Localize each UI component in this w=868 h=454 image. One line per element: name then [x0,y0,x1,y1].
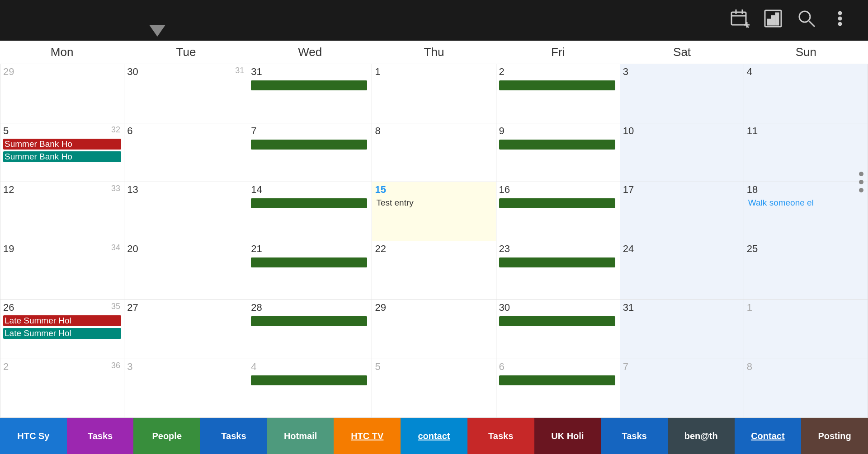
cell-number-5-1: 3 [127,361,132,373]
cal-cell-4-6[interactable]: 1 [744,300,868,359]
cal-cell-1-6[interactable]: 11 [744,123,868,182]
week-num-1: 32 [111,125,120,135]
search-icon[interactable] [797,9,816,33]
cell-number-1-1: 6 [127,125,132,137]
svg-rect-10 [776,13,778,25]
cal-cell-2-5[interactable]: 17 [620,182,744,241]
chart-icon[interactable] [763,9,783,33]
tab-item-9[interactable]: Tasks [601,418,668,454]
cal-cell-3-1[interactable]: 20 [124,241,248,300]
cal-week-5: 236345678 [0,359,868,418]
cal-cell-2-6[interactable]: 18Walk someone el [744,182,868,241]
green-bar-4-2 [251,316,367,326]
cal-cell-1-5[interactable]: 10 [620,123,744,182]
header [0,0,868,41]
cal-cell-0-6[interactable]: 4 [744,64,868,123]
more-icon[interactable] [830,9,850,33]
cell-number-5-4: 6 [499,361,505,373]
day-headers: MonTueWedThuFriSatSun [0,41,868,64]
tab-item-11[interactable]: Contact [735,418,802,454]
cal-cell-5-5[interactable]: 7 [620,359,744,418]
cal-cell-5-1[interactable]: 3 [124,359,248,418]
cell-number-4-2: 28 [251,302,262,314]
cal-cell-0-0[interactable]: 29 [0,64,124,123]
cell-number-2-0: 12 [3,184,14,196]
tab-item-8[interactable]: UK Holi [534,418,601,454]
cal-cell-3-2[interactable]: 21 [248,241,372,300]
cell-number-4-0: 26 [3,302,14,314]
cal-cell-1-1[interactable]: 6 [124,123,248,182]
cal-cell-5-3[interactable]: 5 [372,359,496,418]
cal-cell-1-4[interactable]: 9 [496,123,620,182]
tab-item-7[interactable]: Tasks [467,418,534,454]
cal-cell-0-2[interactable]: 31 [248,64,372,123]
cal-cell-1-0[interactable]: 532Summer Bank HoSummer Bank Ho [0,123,124,182]
event-2-6-0[interactable]: Walk someone el [747,197,865,208]
cal-cell-0-5[interactable]: 3 [620,64,744,123]
tab-item-4[interactable]: Hotmail [267,418,334,454]
cal-cell-2-4[interactable]: 16 [496,182,620,241]
tab-item-0[interactable]: HTC Sy [0,418,67,454]
cal-cell-4-2[interactable]: 28 [248,300,372,359]
cal-cell-0-1[interactable]: 3031 [124,64,248,123]
cell-number-4-3: 29 [375,302,386,314]
cal-cell-0-3[interactable]: 1 [372,64,496,123]
cell-number-4-4: 30 [499,302,510,314]
tab-item-12[interactable]: Posting [801,418,868,454]
cal-cell-1-2[interactable]: 7 [248,123,372,182]
tab-item-10[interactable]: ben@th [668,418,735,454]
cal-cell-5-4[interactable]: 6 [496,359,620,418]
cal-cell-3-3[interactable]: 22 [372,241,496,300]
cal-cell-2-3[interactable]: 15Test entry [372,182,496,241]
event-1-0-0[interactable]: Summer Bank Ho [3,139,121,150]
cell-number-5-3: 5 [375,361,380,373]
cal-cell-2-2[interactable]: 14 [248,182,372,241]
day-header-tue: Tue [124,41,248,64]
tab-item-6[interactable]: contact [401,418,467,454]
cal-cell-5-0[interactable]: 236 [0,359,124,418]
cal-cell-2-1[interactable]: 13 [124,182,248,241]
cell-number-2-5: 17 [623,184,634,196]
cal-cell-3-4[interactable]: 23 [496,241,620,300]
side-dot-3 [859,188,863,192]
new-event-icon[interactable] [730,9,750,33]
cell-number-3-6: 25 [747,243,758,255]
cal-cell-4-3[interactable]: 29 [372,300,496,359]
green-bar-0-4 [499,80,615,90]
svg-rect-9 [772,16,774,25]
tab-item-5[interactable]: HTC TV [334,418,401,454]
tab-item-3[interactable]: Tasks [200,418,267,454]
week-num-0: 31 [235,66,244,75]
green-bar-5-2 [251,375,367,385]
week-num-2: 33 [111,184,120,193]
cell-number-5-5: 7 [623,361,628,373]
cal-cell-3-5[interactable]: 24 [620,241,744,300]
event-1-0-1[interactable]: Summer Bank Ho [3,151,121,162]
tab-item-2[interactable]: People [133,418,200,454]
event-2-3-0[interactable]: Test entry [375,197,493,208]
cal-cell-5-2[interactable]: 4 [248,359,372,418]
event-4-0-1[interactable]: Late Summer Hol [3,328,121,339]
cal-cell-4-4[interactable]: 30 [496,300,620,359]
cell-number-2-4: 16 [499,184,510,196]
cal-cell-5-6[interactable]: 8 [744,359,868,418]
cal-cell-2-0[interactable]: 1233 [0,182,124,241]
cal-cell-3-6[interactable]: 25 [744,241,868,300]
day-header-sat: Sat [620,41,744,64]
week-num-5: 36 [111,361,120,370]
cell-number-1-4: 9 [499,125,505,137]
tab-item-1[interactable]: Tasks [67,418,134,454]
cell-number-1-3: 8 [375,125,380,137]
cal-cell-4-0[interactable]: 2635Late Summer HolLate Summer Hol [0,300,124,359]
cal-cell-4-5[interactable]: 31 [620,300,744,359]
event-4-0-0[interactable]: Late Summer Hol [3,315,121,326]
cal-cell-3-0[interactable]: 1934 [0,241,124,300]
cell-number-0-2: 31 [251,66,262,78]
cal-cell-0-4[interactable]: 2 [496,64,620,123]
cal-cell-1-3[interactable]: 8 [372,123,496,182]
side-dots [859,172,863,192]
cell-number-3-2: 21 [251,243,262,255]
cal-cell-4-1[interactable]: 27 [124,300,248,359]
green-bar-5-4 [499,375,615,385]
green-bar-1-4 [499,140,615,150]
